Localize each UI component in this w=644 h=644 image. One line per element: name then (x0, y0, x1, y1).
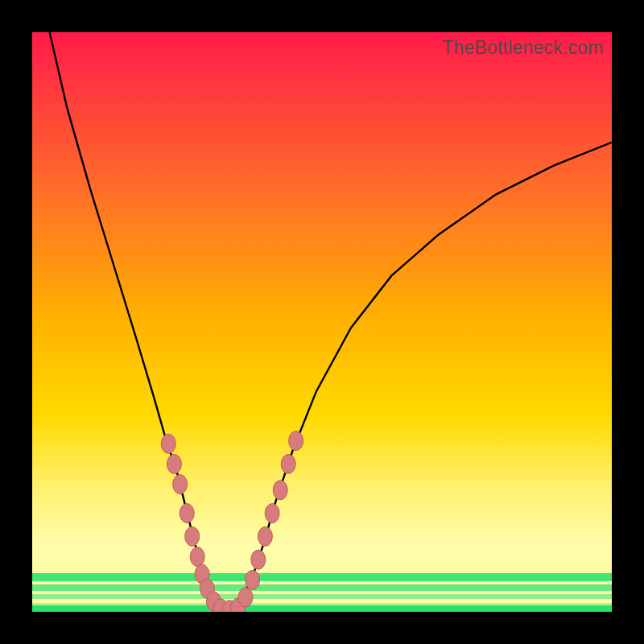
data-marker (246, 570, 260, 589)
data-marker (173, 475, 188, 494)
data-marker (190, 547, 204, 567)
data-marker (238, 588, 253, 607)
data-marker (265, 504, 279, 523)
curve-left-branch (50, 32, 229, 612)
data-marker (251, 550, 266, 569)
curve-right-branch (229, 142, 612, 612)
data-marker (273, 481, 287, 500)
data-marker (167, 454, 181, 473)
chart-frame: TheBottleneck.com (0, 0, 644, 644)
data-marker (180, 504, 194, 523)
curve-svg (32, 32, 612, 612)
marker-group (161, 431, 303, 612)
data-marker (258, 526, 272, 546)
data-marker (281, 454, 295, 473)
data-marker (289, 431, 303, 451)
plot-area: TheBottleneck.com (32, 32, 612, 612)
data-marker (185, 526, 200, 546)
watermark-text: TheBottleneck.com (443, 37, 604, 59)
data-marker (161, 434, 175, 453)
